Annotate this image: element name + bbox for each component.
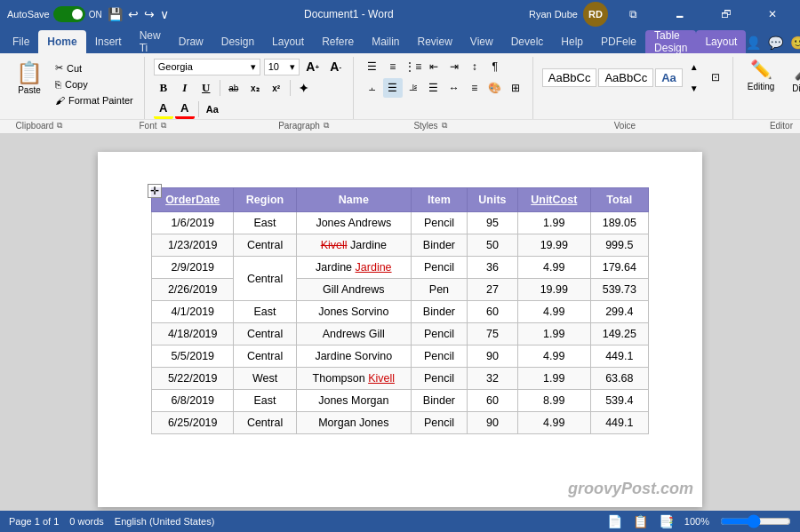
word-count: 0 words [69, 516, 104, 527]
tab-table-design[interactable]: Table Design [645, 30, 696, 53]
align-right-btn[interactable]: ⫡ [404, 78, 423, 98]
font-label: Font ⧉ [75, 120, 230, 131]
table-move-handle[interactable]: ✛ [148, 184, 162, 198]
copy-button[interactable]: ⎘ Copy [52, 77, 137, 91]
indent-decrease-btn[interactable]: ⇤ [424, 57, 444, 76]
redo-icon[interactable]: ↪ [144, 7, 155, 21]
zoom-slider[interactable] [720, 515, 791, 528]
style-nospace[interactable]: AaBbCc [598, 68, 653, 87]
view-web-icon[interactable]: 📑 [659, 514, 674, 528]
view-print-icon[interactable]: 📋 [633, 514, 648, 528]
bold-button[interactable]: B [154, 78, 173, 98]
indent-increase-btn[interactable]: ⇥ [444, 57, 464, 76]
tab-review[interactable]: Review [409, 30, 461, 53]
tab-design[interactable]: Design [212, 30, 263, 53]
view-read-icon[interactable]: 📄 [607, 514, 622, 528]
paragraph-expand-icon[interactable]: ⧉ [324, 121, 329, 131]
text-color-button[interactable]: A [175, 99, 195, 119]
font-increase-btn[interactable]: A+ [303, 57, 323, 76]
tab-mailin[interactable]: Mailin [363, 30, 408, 53]
cell-r5-c6: 149.25 [590, 323, 648, 345]
subscript-button[interactable]: x₂ [245, 78, 265, 98]
cut-label: Cut [67, 63, 82, 74]
styles-scroll-down[interactable]: ▼ [684, 78, 704, 98]
customize-icon[interactable]: ∨ [160, 7, 169, 21]
style-normal[interactable]: AaBbCc [542, 68, 597, 87]
superscript-button[interactable]: x² [267, 78, 286, 98]
bullets-button[interactable]: ☰ [363, 57, 382, 76]
styles-expand-icon[interactable]: ⧉ [442, 121, 447, 131]
para-row1: ☰ ≡ ⋮≡ ⇤ ⇥ ↕ ¶ [363, 57, 505, 76]
undo-icon[interactable]: ↩ [128, 7, 139, 21]
shading-btn[interactable]: 🎨 [485, 78, 505, 98]
cell-r3-c3: Pen [412, 279, 468, 301]
case-button[interactable]: Aa [203, 99, 222, 119]
align-left-btn[interactable]: ⫠ [363, 78, 382, 98]
tab-draw[interactable]: Draw [170, 30, 212, 53]
cell-r5-c1: Central [234, 323, 296, 345]
cell-r5-c3: Pencil [412, 323, 468, 345]
underline-button[interactable]: U [196, 78, 216, 98]
minimize-btn[interactable]: 🗕 [660, 0, 700, 28]
sort-btn[interactable]: ↕ [465, 57, 484, 76]
autosave-toggle[interactable] [53, 6, 85, 22]
paste-icon: 📋 [16, 60, 43, 85]
text-highlight-button[interactable]: A [154, 99, 173, 119]
dictate-button[interactable]: 🎤 Dictate [787, 57, 800, 95]
italic-button[interactable]: I [175, 78, 195, 98]
ribbon-group-styles: AaBbCc AaBbCc Aa ▲ ▼ ⊡ [535, 57, 733, 119]
clipboard-label: Clipboard ⧉ [4, 120, 75, 131]
font-decrease-btn[interactable]: A- [326, 57, 346, 76]
font-name-selector[interactable]: Georgia ▾ [154, 59, 260, 75]
tab-insert[interactable]: Insert [86, 30, 131, 53]
emoji-icon[interactable]: 🙂 [790, 36, 800, 50]
clear-format-button[interactable]: ✦ [294, 78, 314, 98]
ribbon-group-clipboard: 📋 Paste ✂ Cut ⎘ Copy 🖌 Format Painter [4, 57, 145, 119]
save-icon[interactable]: 💾 [108, 7, 123, 21]
clipboard-expand-icon[interactable]: ⧉ [57, 121, 62, 131]
cell-r6-c5: 4.99 [517, 345, 590, 368]
cut-button[interactable]: ✂ Cut [52, 60, 137, 75]
document-title: Document1 - Word [304, 8, 393, 20]
tab-view[interactable]: View [461, 30, 502, 53]
fmt-sep1 [220, 80, 220, 96]
multilevel-button[interactable]: ⋮≡ [404, 57, 423, 76]
paste-button[interactable]: 📋 Paste [11, 57, 48, 99]
tab-help[interactable]: Help [552, 30, 592, 53]
styles-scroll-up[interactable]: ▲ [684, 57, 704, 76]
cell-r6-c3: Pencil [412, 345, 468, 368]
font-expand-icon[interactable]: ⧉ [161, 121, 166, 131]
tab-layout2[interactable]: Layout [696, 30, 746, 53]
tab-home[interactable]: Home [38, 30, 85, 53]
tab-develc[interactable]: Develc [502, 30, 553, 53]
tab-file[interactable]: File [4, 30, 38, 53]
justify-btn[interactable]: ☰ [424, 78, 444, 98]
zoom-level: 100% [684, 516, 709, 527]
tab-refere[interactable]: Refere [313, 30, 363, 53]
restore-btn[interactable]: 🗗 [706, 0, 747, 28]
ribbon-expand-btn[interactable]: ⧉ [613, 0, 654, 28]
close-btn[interactable]: ✕ [752, 0, 793, 28]
ltr-rtl-btn[interactable]: ↔ [444, 78, 464, 98]
cell-r0-c5: 1.99 [517, 212, 590, 234]
share-icon[interactable]: 👤 [746, 36, 761, 50]
align-center-btn[interactable]: ☰ [383, 78, 403, 98]
format-painter-button[interactable]: 🖌 Format Painter [52, 93, 137, 107]
font-row2: B I U ab x₂ x² ✦ [154, 78, 314, 98]
line-spacing-btn[interactable]: ≡ [465, 78, 484, 98]
numbering-button[interactable]: ≡ [383, 57, 403, 76]
editing-button[interactable]: ✏️ Editing [742, 57, 780, 95]
tab-layout[interactable]: Layout [263, 30, 313, 53]
styles-more-btn[interactable]: ⊡ [706, 67, 725, 87]
font-size-selector[interactable]: 10 ▾ [264, 59, 300, 75]
comment-icon[interactable]: 💬 [768, 36, 783, 50]
tab-newti[interactable]: New Ti [131, 30, 170, 53]
user-avatar[interactable]: RD [583, 2, 608, 27]
header-name: Name [296, 188, 411, 212]
ribbon: 📋 Paste ✂ Cut ⎘ Copy 🖌 Format Painter [0, 53, 800, 134]
style-heading1[interactable]: Aa [655, 68, 683, 87]
tab-pdfele[interactable]: PDFele [592, 30, 645, 53]
show-marks-btn[interactable]: ¶ [485, 57, 505, 76]
strikethrough-button[interactable]: ab [224, 78, 244, 98]
borders-btn[interactable]: ⊞ [506, 78, 525, 98]
